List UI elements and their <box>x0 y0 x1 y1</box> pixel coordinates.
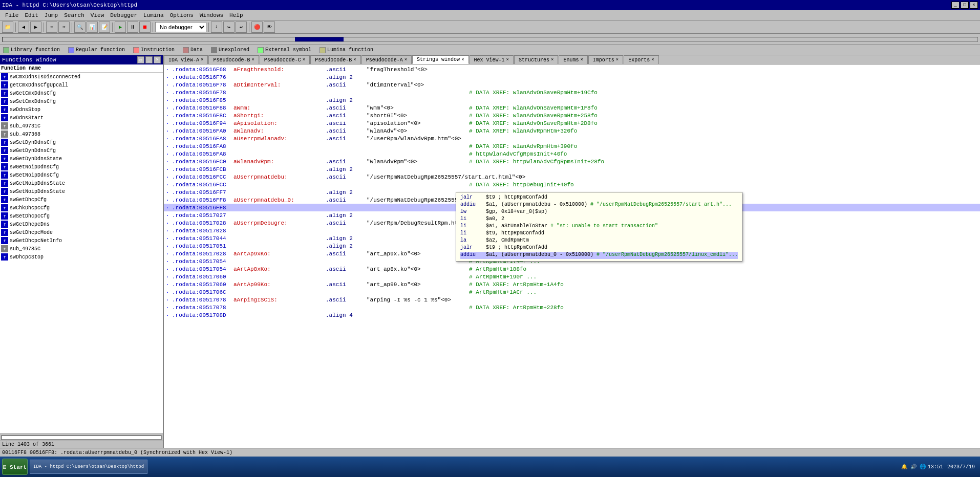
main-tab[interactable]: Pseudocode-B× <box>208 55 259 64</box>
panel-close-btn[interactable]: × <box>154 56 161 63</box>
forward-button[interactable]: ▶ <box>30 21 41 33</box>
function-list-item[interactable]: fswChkDhcpcCfg <box>0 204 163 212</box>
menu-view[interactable]: View <box>88 11 107 19</box>
menu-file[interactable]: File <box>2 11 22 19</box>
tab-close-btn[interactable]: × <box>461 57 464 62</box>
main-tab[interactable]: IDA View-A× <box>164 55 208 64</box>
function-list-item[interactable]: fsub_497368 <box>0 130 163 138</box>
code-line[interactable]: · .rodata:00516FCC # DATA XREF: httpDebu… <box>164 181 980 188</box>
code-line[interactable]: · .rodata:00516F76 .align 2 <box>164 73 980 81</box>
main-tab[interactable]: Structures× <box>514 55 558 64</box>
code-line[interactable]: · .rodata:00516FC0 aWlanadvRpm: .ascii "… <box>164 158 980 165</box>
function-list-item[interactable]: fswGetDhcpcNetInfo <box>0 236 163 245</box>
tab-close-btn[interactable]: × <box>616 57 619 62</box>
code-line[interactable]: · .rodata:00517078 # DATA XREF: ArtRpmHt… <box>164 303 980 311</box>
graph-btn[interactable]: 📊 <box>87 21 98 33</box>
function-list-item[interactable]: fswSetCmxDdnsCfg <box>0 97 163 105</box>
code-line[interactable]: · .rodata:00516FA8 aUserrpmWlanadv: .asc… <box>164 135 980 142</box>
code-line[interactable]: · .rodata:00516F8C aShortgi: .ascii "sho… <box>164 112 980 119</box>
menu-windows[interactable]: Windows <box>197 11 226 19</box>
breakpoint-btn[interactable]: 🔴 <box>251 21 263 33</box>
function-list-item[interactable]: fswGetNoipDdnsCfg <box>0 163 163 171</box>
code-line[interactable]: · .rodata:00516F68 aFragthreshold: .asci… <box>164 66 980 73</box>
function-list-item[interactable]: fswGetDhcpcDns <box>0 220 163 228</box>
tab-close-btn[interactable]: × <box>551 57 553 62</box>
close-button[interactable]: × <box>970 2 978 9</box>
code-line[interactable]: · .rodata:00516FCB .align 2 <box>164 165 980 173</box>
function-list-item[interactable]: fswDhcpcStop <box>0 253 163 261</box>
code-line[interactable]: · .rodata:00517060 # ArtRpmHtm+190r ... <box>164 273 980 280</box>
taskbar-ida-item[interactable]: IDA - httpd C:\Users\otsan\Desktop\httpd <box>30 460 147 474</box>
code-line[interactable]: · .rodata:00516FA8 # httpWlanAdvCfgRpmsI… <box>164 150 980 158</box>
code-line[interactable]: · .rodata:00516F88 aWmm: .ascii "wmm"<0>… <box>164 104 980 112</box>
main-tab[interactable]: Imports× <box>588 55 623 64</box>
menu-search[interactable]: Search <box>61 11 88 19</box>
code-line[interactable]: · .rodata:00516F94 aApisolation: .ascii … <box>164 119 980 127</box>
code-line[interactable]: · .rodata:00516FA8 # DATA XREF: wlanAdvR… <box>164 142 980 150</box>
function-list-item[interactable]: fgetCmxDdnsCfgUpcall <box>0 81 163 89</box>
menu-debugger[interactable]: Debugger <box>107 11 140 19</box>
function-list-item[interactable]: fswGetDhcpCfg <box>0 196 163 204</box>
code-line[interactable]: · .rodata:00517054 aArtAp8xKo: .ascii "a… <box>164 265 980 273</box>
tab-close-btn[interactable]: × <box>303 57 305 62</box>
minimize-button[interactable]: _ <box>951 2 960 9</box>
function-list-item[interactable]: fsub_49731C <box>0 122 163 130</box>
open-button[interactable]: 📁 <box>2 21 13 33</box>
function-list-item[interactable]: fswSetNoipDdnsCfg <box>0 171 163 179</box>
step-btn[interactable]: ↓ <box>211 21 222 33</box>
nav-back[interactable]: ⬅ <box>46 21 57 33</box>
menu-jump[interactable]: Jump <box>41 11 61 19</box>
stop-btn[interactable]: ⏹ <box>139 21 151 33</box>
function-list-item[interactable]: fswDdnsStop <box>0 105 163 114</box>
start-button[interactable]: ⊞ Start <box>2 459 28 475</box>
tab-close-btn[interactable]: × <box>506 57 509 62</box>
menu-help[interactable]: Help <box>226 11 246 19</box>
main-tab[interactable]: Hex View-1× <box>470 55 514 64</box>
code-line[interactable]: · .rodata:00516FA0 aWlanadv: .ascii "wla… <box>164 127 980 135</box>
function-list[interactable]: fswCmxDdnsIsDisconnectedfgetCmxDdnsCfgUp… <box>0 73 163 433</box>
function-list-item[interactable]: fswDdnsStart <box>0 114 163 122</box>
code-line[interactable]: · .rodata:0051708D .align 4 <box>164 311 980 319</box>
code-line[interactable]: · .rodata:00516F85 .align 2 <box>164 96 980 104</box>
tab-close-btn[interactable]: × <box>651 57 654 62</box>
code-line[interactable]: · .rodata:00516FCC aUserrpmnatdebu: .asc… <box>164 173 980 181</box>
function-list-item[interactable]: fsub_49785C <box>0 245 163 253</box>
code-line[interactable]: · .rodata:00517078 aArpingISC1S: .ascii … <box>164 296 980 303</box>
stepover-btn[interactable]: ↪ <box>223 21 235 33</box>
main-tab[interactable]: Pseudocode-C× <box>260 55 310 64</box>
code-line[interactable]: · .rodata:00516F78 aDtimInterval: .ascii… <box>164 81 980 89</box>
nav-forward[interactable]: ➡ <box>58 21 70 33</box>
main-tab[interactable]: Enums× <box>559 55 587 64</box>
function-list-item[interactable]: fswCmxDdnsIsDisconnected <box>0 73 163 81</box>
tab-close-btn[interactable]: × <box>580 57 583 62</box>
function-list-item[interactable]: fswSetDhcpcCfg <box>0 212 163 220</box>
main-tab[interactable]: Pseudocode-A× <box>361 55 412 64</box>
pause-btn[interactable]: ⏸ <box>127 21 138 33</box>
watch-btn[interactable]: 👁 <box>264 21 275 33</box>
back-button[interactable]: ◀ <box>18 21 29 33</box>
menu-lumina[interactable]: Lumina <box>140 11 167 19</box>
function-list-item[interactable]: fswSetDynDdnsCfg <box>0 138 163 146</box>
code-line[interactable]: · .rodata:0051706C # ArtRpmHtm+1ACr ... <box>164 288 980 296</box>
menu-edit[interactable]: Edit <box>22 11 41 19</box>
panel-float-btn[interactable]: ⊡ <box>137 56 144 63</box>
text-btn[interactable]: 📝 <box>99 21 110 33</box>
main-tab[interactable]: Pseudocode-B× <box>310 55 360 64</box>
main-tab[interactable]: Exports× <box>624 55 658 64</box>
code-line[interactable]: · .rodata:00517060 aArtAp99Ko: .ascii "a… <box>164 280 980 288</box>
function-list-item[interactable]: fswGetCmxDdnsCfg <box>0 89 163 97</box>
tab-close-btn[interactable]: × <box>201 57 203 62</box>
function-list-item[interactable]: fswSetNoipDdnsState <box>0 187 163 196</box>
function-list-item[interactable]: fswGetDhcpcMode <box>0 228 163 236</box>
menu-options[interactable]: Options <box>167 11 197 19</box>
debugger-dropdown[interactable]: No debugger <box>155 22 206 32</box>
function-list-item[interactable]: fswGetDynDdnsState <box>0 155 163 163</box>
function-list-item[interactable]: fswGetNoipDdnsState <box>0 179 163 187</box>
main-tab[interactable]: Strings window× <box>412 55 468 64</box>
functions-scrollbar[interactable] <box>0 433 163 441</box>
function-list-item[interactable]: fswGetDynDdnsCfg <box>0 146 163 155</box>
tab-close-btn[interactable]: × <box>353 57 356 62</box>
stepout-btn[interactable]: ↩ <box>236 21 247 33</box>
code-line[interactable]: · .rodata:00516F78 # DATA XREF: wlanAdvO… <box>164 89 980 96</box>
tab-close-btn[interactable]: × <box>251 57 254 62</box>
